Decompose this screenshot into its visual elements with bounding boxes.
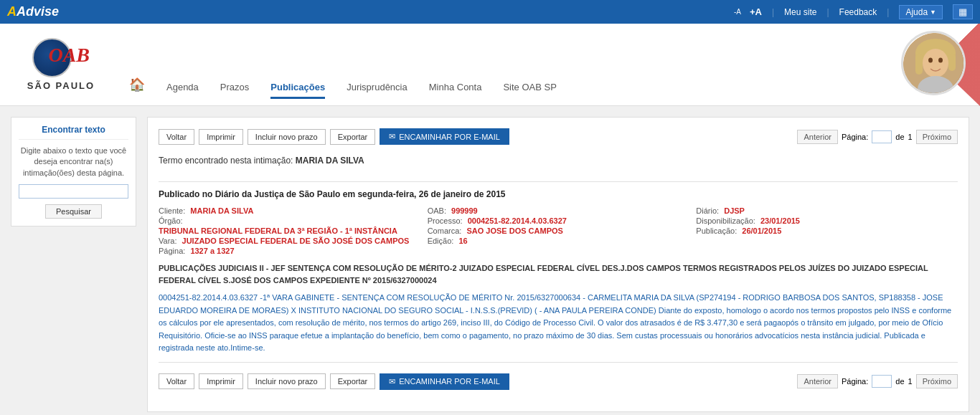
user-icon-box[interactable]: ▦ <box>953 4 973 19</box>
nav-publicacoes[interactable]: Publicações <box>270 82 325 98</box>
total-pages-bottom: 1 <box>908 377 913 386</box>
separator2: | <box>826 7 829 17</box>
incluir-prazo-button-bottom[interactable]: Incluir novo prazo <box>248 373 326 389</box>
home-icon[interactable]: 🏠 <box>129 77 145 98</box>
nav-prazos[interactable]: Prazos <box>220 82 249 98</box>
encaminhar-button[interactable]: ✉ ENCAMINHAR POR E-MAIL <box>380 128 509 145</box>
advise-logo: AAdvise <box>7 4 59 19</box>
sidebar-description: Digite abaixo o texto que você deseja en… <box>19 146 128 178</box>
font-decrease[interactable]: -A <box>734 8 741 16</box>
top-toolbar: Voltar Imprimir Incluir novo prazo Expor… <box>159 128 958 145</box>
bottom-toolbar: Voltar Imprimir Incluir novo prazo Expor… <box>159 373 958 390</box>
info-grid: Cliente: MARIA DA SILVA Órgão: TRIBUNAL … <box>159 206 958 255</box>
anterior-button-top[interactable]: Anterior <box>797 130 838 144</box>
pagina-label-bottom: Página: <box>842 377 868 386</box>
font-increase[interactable]: +A <box>750 6 762 17</box>
avatar <box>901 31 966 95</box>
svg-rect-2 <box>915 53 923 75</box>
email-icon-bottom: ✉ <box>389 377 395 386</box>
pesquisar-button[interactable]: Pesquisar <box>45 204 102 219</box>
voltar-button[interactable]: Voltar <box>159 129 194 145</box>
termo-encontrado: Termo encontrado nesta intimação: MARIA … <box>159 156 958 173</box>
exportar-button-bottom[interactable]: Exportar <box>330 373 376 389</box>
pagina-label-top: Página: <box>842 133 868 141</box>
de-label-top: de <box>895 133 904 141</box>
ajuda-button[interactable]: Ajuda ▼ <box>899 5 943 19</box>
proximo-button-top[interactable]: Próximo <box>916 130 958 144</box>
voltar-button-bottom[interactable]: Voltar <box>159 373 194 389</box>
publicacao-header: PUBLICAÇÕES JUDICIAIS II - JEF SENTENÇA … <box>159 262 958 286</box>
publicacao-body: 0004251-82.2014.4.03.6327 -1ª VARA GABIN… <box>159 292 958 355</box>
ajuda-chevron-icon: ▼ <box>930 9 936 16</box>
imprimir-button-bottom[interactable]: Imprimir <box>199 373 243 389</box>
separator3: | <box>887 7 889 17</box>
proximo-button-bottom[interactable]: Próximo <box>916 374 958 388</box>
svg-point-5 <box>928 58 933 63</box>
svg-rect-3 <box>948 53 956 71</box>
pagination-top: Anterior Página: 1 de 1 Próximo <box>797 130 958 144</box>
total-pages-top: 1 <box>908 133 913 141</box>
page-input-top[interactable]: 1 <box>872 130 892 143</box>
oab-logo: OAB SÃO PAULO <box>14 32 108 97</box>
separator1: | <box>772 7 774 17</box>
nav-jurisprudencia[interactable]: Jurisprudência <box>347 82 407 98</box>
svg-point-4 <box>923 49 948 77</box>
publicado-titulo: Publicado no Diário da Justiça de São Pa… <box>159 189 958 199</box>
search-input[interactable] <box>19 184 128 199</box>
nav-site-oab[interactable]: Site OAB SP <box>503 82 556 98</box>
main-nav: 🏠 Agenda Prazos Publicações Jurisprudênc… <box>129 24 557 105</box>
sidebar-title: Encontrar texto <box>19 125 128 140</box>
font-size-controls: -A +A <box>734 6 762 17</box>
grid-icon: ▦ <box>958 6 967 17</box>
de-label-bottom: de <box>895 377 904 386</box>
incluir-prazo-button[interactable]: Incluir novo prazo <box>248 129 326 145</box>
nav-minha-conta[interactable]: Minha Conta <box>429 82 482 98</box>
imprimir-button[interactable]: Imprimir <box>199 129 243 145</box>
email-icon: ✉ <box>389 132 395 141</box>
page-input-bottom[interactable]: 1 <box>872 375 892 388</box>
pagination-bottom: Anterior Página: 1 de 1 Próximo <box>797 374 958 388</box>
meu-site-link[interactable]: Meu site <box>784 7 816 17</box>
exportar-button[interactable]: Exportar <box>330 129 376 145</box>
anterior-button-bottom[interactable]: Anterior <box>797 374 838 388</box>
svg-point-6 <box>938 58 943 63</box>
nav-agenda[interactable]: Agenda <box>166 82 199 98</box>
feedback-link[interactable]: Feedback <box>839 7 877 17</box>
encaminhar-button-bottom[interactable]: ✉ ENCAMINHAR POR E-MAIL <box>380 373 509 390</box>
